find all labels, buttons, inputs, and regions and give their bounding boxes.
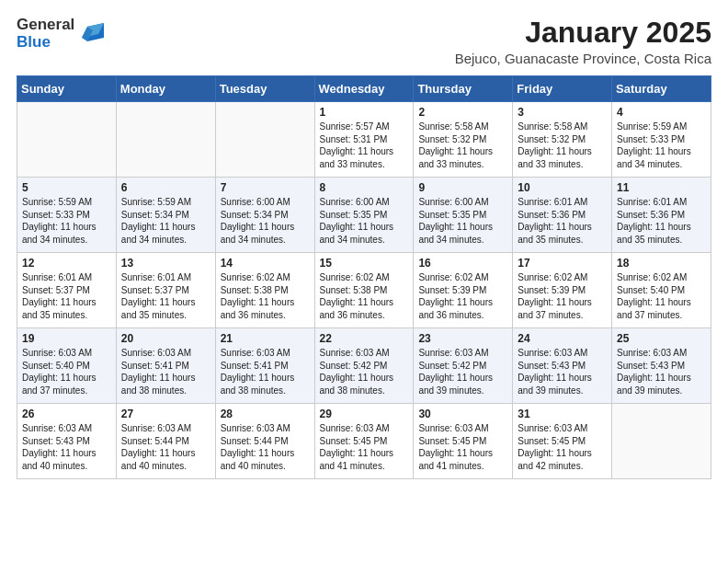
day-number: 4: [617, 106, 706, 119]
day-number: 27: [121, 408, 210, 420]
logo-general: General: [17, 17, 74, 34]
day-number: 28: [221, 408, 310, 420]
day-number: 5: [22, 181, 111, 194]
day-number: 29: [320, 408, 409, 420]
day-number: 20: [121, 332, 210, 345]
day-number: 12: [22, 257, 111, 270]
day-info: Sunrise: 6:03 AMSunset: 5:41 PMDaylight:…: [221, 347, 310, 396]
day-info: Sunrise: 6:02 AMSunset: 5:40 PMDaylight:…: [617, 271, 706, 321]
day-info: Sunrise: 6:00 AMSunset: 5:35 PMDaylight:…: [418, 196, 507, 246]
calendar-title: January 2025: [455, 17, 711, 49]
day-info: Sunrise: 5:58 AMSunset: 5:32 PMDaylight:…: [518, 121, 607, 170]
day-number: 22: [320, 332, 409, 345]
day-number: 17: [518, 257, 607, 270]
col-sunday: Sunday: [17, 76, 117, 102]
col-thursday: Thursday: [414, 76, 513, 102]
day-info: Sunrise: 6:03 AMSunset: 5:44 PMDaylight:…: [121, 422, 210, 472]
day-info: Sunrise: 5:59 AMSunset: 5:33 PMDaylight:…: [22, 196, 111, 246]
day-info: Sunrise: 5:59 AMSunset: 5:34 PMDaylight:…: [121, 196, 210, 246]
calendar-cell: 3Sunrise: 5:58 AMSunset: 5:32 PMDaylight…: [513, 102, 612, 178]
logo-blue: Blue: [17, 34, 74, 52]
page: General Blue January 2025 Bejuco, Guanac…: [0, 0, 728, 492]
calendar-cell: 1Sunrise: 5:57 AMSunset: 5:31 PMDaylight…: [314, 102, 414, 178]
day-info: Sunrise: 6:03 AMSunset: 5:43 PMDaylight:…: [22, 422, 111, 472]
day-info: Sunrise: 6:03 AMSunset: 5:45 PMDaylight:…: [518, 422, 607, 472]
calendar-cell: 8Sunrise: 6:00 AMSunset: 5:35 PMDaylight…: [314, 178, 414, 253]
day-number: 18: [617, 257, 706, 270]
day-info: Sunrise: 6:01 AMSunset: 5:36 PMDaylight:…: [617, 196, 706, 246]
day-info: Sunrise: 6:03 AMSunset: 5:45 PMDaylight:…: [418, 422, 507, 472]
day-info: Sunrise: 6:01 AMSunset: 5:37 PMDaylight:…: [22, 271, 111, 321]
day-info: Sunrise: 6:01 AMSunset: 5:37 PMDaylight:…: [121, 271, 210, 321]
day-info: Sunrise: 6:03 AMSunset: 5:40 PMDaylight:…: [22, 347, 111, 396]
day-number: 25: [617, 332, 706, 345]
calendar-week-5: 26Sunrise: 6:03 AMSunset: 5:43 PMDayligh…: [17, 404, 711, 479]
day-info: Sunrise: 6:03 AMSunset: 5:43 PMDaylight:…: [617, 347, 706, 396]
day-number: 16: [418, 257, 507, 270]
calendar-cell: 11Sunrise: 6:01 AMSunset: 5:36 PMDayligh…: [612, 178, 711, 253]
logo-icon: [78, 19, 108, 49]
calendar-cell: 9Sunrise: 6:00 AMSunset: 5:35 PMDaylight…: [414, 178, 513, 253]
calendar-cell: 19Sunrise: 6:03 AMSunset: 5:40 PMDayligh…: [17, 328, 117, 404]
calendar-cell: 21Sunrise: 6:03 AMSunset: 5:41 PMDayligh…: [215, 328, 314, 404]
day-number: 1: [320, 106, 409, 119]
day-number: 10: [518, 181, 607, 194]
calendar-cell: 17Sunrise: 6:02 AMSunset: 5:39 PMDayligh…: [513, 253, 612, 328]
calendar-cell: [17, 102, 117, 178]
calendar-cell: 7Sunrise: 6:00 AMSunset: 5:34 PMDaylight…: [215, 178, 314, 253]
calendar-cell: 13Sunrise: 6:01 AMSunset: 5:37 PMDayligh…: [116, 253, 215, 328]
day-number: 2: [418, 106, 507, 119]
calendar-cell: 14Sunrise: 6:02 AMSunset: 5:38 PMDayligh…: [215, 253, 314, 328]
day-number: 15: [320, 257, 409, 270]
day-info: Sunrise: 6:02 AMSunset: 5:38 PMDaylight:…: [320, 271, 409, 321]
day-number: 24: [518, 332, 607, 345]
day-number: 6: [121, 181, 210, 194]
calendar-subtitle: Bejuco, Guanacaste Province, Costa Rica: [455, 51, 711, 66]
calendar-table: Sunday Monday Tuesday Wednesday Thursday…: [17, 75, 711, 479]
logo-area: General Blue: [17, 17, 108, 51]
day-info: Sunrise: 6:03 AMSunset: 5:45 PMDaylight:…: [320, 422, 409, 472]
day-info: Sunrise: 5:57 AMSunset: 5:31 PMDaylight:…: [320, 121, 409, 170]
day-number: 26: [22, 408, 111, 420]
calendar-cell: 31Sunrise: 6:03 AMSunset: 5:45 PMDayligh…: [513, 404, 612, 479]
calendar-cell: 16Sunrise: 6:02 AMSunset: 5:39 PMDayligh…: [414, 253, 513, 328]
header: General Blue January 2025 Bejuco, Guanac…: [17, 17, 711, 66]
day-number: 30: [418, 408, 507, 420]
calendar-cell: 26Sunrise: 6:03 AMSunset: 5:43 PMDayligh…: [17, 404, 117, 479]
day-info: Sunrise: 5:58 AMSunset: 5:32 PMDaylight:…: [418, 121, 507, 170]
day-number: 19: [22, 332, 111, 345]
day-number: 23: [418, 332, 507, 345]
calendar-cell: [215, 102, 314, 178]
calendar-cell: 20Sunrise: 6:03 AMSunset: 5:41 PMDayligh…: [116, 328, 215, 404]
calendar-week-2: 5Sunrise: 5:59 AMSunset: 5:33 PMDaylight…: [17, 178, 711, 253]
day-number: 21: [221, 332, 310, 345]
logo-text: General Blue: [17, 17, 74, 51]
calendar-cell: 12Sunrise: 6:01 AMSunset: 5:37 PMDayligh…: [17, 253, 117, 328]
day-number: 7: [221, 181, 310, 194]
calendar-week-1: 1Sunrise: 5:57 AMSunset: 5:31 PMDaylight…: [17, 102, 711, 178]
calendar-cell: 22Sunrise: 6:03 AMSunset: 5:42 PMDayligh…: [314, 328, 414, 404]
calendar-cell: 10Sunrise: 6:01 AMSunset: 5:36 PMDayligh…: [513, 178, 612, 253]
day-number: 14: [221, 257, 310, 270]
title-area: January 2025 Bejuco, Guanacaste Province…: [455, 17, 711, 66]
day-number: 9: [418, 181, 507, 194]
day-info: Sunrise: 6:01 AMSunset: 5:36 PMDaylight:…: [518, 196, 607, 246]
day-info: Sunrise: 6:02 AMSunset: 5:39 PMDaylight:…: [518, 271, 607, 321]
day-info: Sunrise: 6:00 AMSunset: 5:34 PMDaylight:…: [221, 196, 310, 246]
day-info: Sunrise: 6:03 AMSunset: 5:41 PMDaylight:…: [121, 347, 210, 396]
calendar-cell: 23Sunrise: 6:03 AMSunset: 5:42 PMDayligh…: [414, 328, 513, 404]
col-saturday: Saturday: [612, 76, 711, 102]
calendar-cell: 2Sunrise: 5:58 AMSunset: 5:32 PMDaylight…: [414, 102, 513, 178]
day-info: Sunrise: 6:03 AMSunset: 5:42 PMDaylight:…: [320, 347, 409, 396]
calendar-cell: 15Sunrise: 6:02 AMSunset: 5:38 PMDayligh…: [314, 253, 414, 328]
col-friday: Friday: [513, 76, 612, 102]
col-monday: Monday: [116, 76, 215, 102]
calendar-week-3: 12Sunrise: 6:01 AMSunset: 5:37 PMDayligh…: [17, 253, 711, 328]
calendar-cell: 18Sunrise: 6:02 AMSunset: 5:40 PMDayligh…: [612, 253, 711, 328]
calendar-cell: 28Sunrise: 6:03 AMSunset: 5:44 PMDayligh…: [215, 404, 314, 479]
calendar-cell: [116, 102, 215, 178]
day-info: Sunrise: 6:02 AMSunset: 5:38 PMDaylight:…: [221, 271, 310, 321]
calendar-cell: 6Sunrise: 5:59 AMSunset: 5:34 PMDaylight…: [116, 178, 215, 253]
col-wednesday: Wednesday: [314, 76, 414, 102]
day-info: Sunrise: 6:03 AMSunset: 5:43 PMDaylight:…: [518, 347, 607, 396]
